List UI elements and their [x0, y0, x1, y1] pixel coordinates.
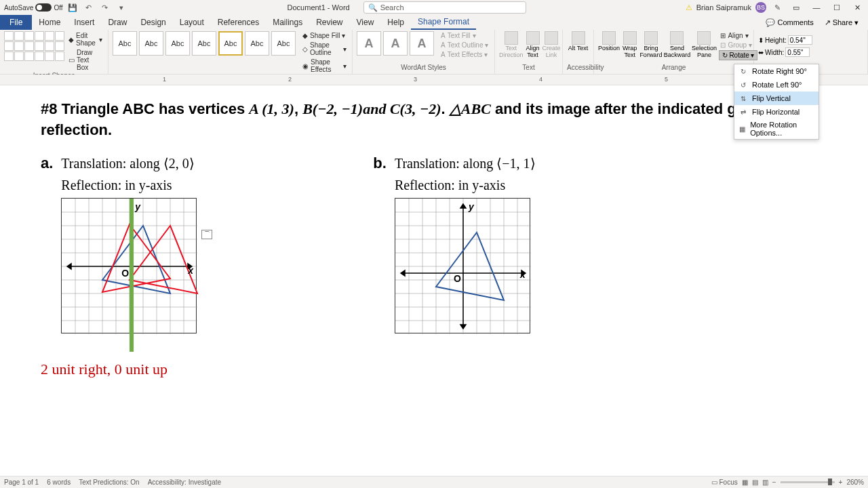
title-bar: AutoSave Off 💾 ↶ ↷ ▾ Document1 - Word 🔍 … [0, 0, 868, 15]
height-input[interactable] [788, 35, 812, 45]
grid-a: y x O ⌒ [61, 198, 197, 333]
flip-vertical-icon: ⇅ [738, 94, 748, 103]
align-text-button[interactable]: Align Text [526, 31, 540, 59]
user-avatar[interactable]: BS [755, 2, 766, 13]
text-fill-button: A Text Fill ▾ [439, 31, 490, 40]
ribbon-tabs: File Home Insert Draw Design Layout Refe… [0, 15, 868, 30]
create-link-button: Create Link [542, 31, 561, 59]
layout-options-handle[interactable]: ⌒ [201, 230, 212, 239]
draw-text-box-button[interactable]: ▭ Draw Text Box [67, 48, 104, 72]
zoom-level[interactable]: 260% [846, 479, 864, 486]
ribbon: ◆ Edit Shape ▾ ▭ Draw Text Box Insert Sh… [0, 30, 868, 75]
flip-vertical[interactable]: ⇅Flip Vertical [734, 92, 818, 105]
shape-fill-button[interactable]: ◆ Shape Fill ▾ [301, 31, 348, 40]
problem-a: a. Translation: along ⟨2, 0⟩ Reflection:… [41, 155, 197, 333]
page-status[interactable]: Page 1 of 1 [4, 479, 39, 486]
tab-design[interactable]: Design [134, 15, 172, 30]
rotate-left-icon: ↺ [738, 80, 748, 89]
document-title: Document1 - Word [288, 3, 350, 12]
wordart-style-2[interactable]: A [383, 31, 408, 56]
wordart-style-3[interactable]: A [410, 31, 434, 56]
view-web-layout-icon[interactable]: ▥ [762, 479, 768, 486]
shape-style-7[interactable]: Abc [271, 31, 296, 56]
rotate-button[interactable]: ↻ Rotate ▾ [719, 50, 757, 60]
maximize-icon[interactable]: ☐ [829, 1, 845, 14]
shape-style-5[interactable]: Abc [218, 31, 243, 56]
zoom-slider[interactable] [781, 481, 835, 483]
shape-style-1[interactable]: Abc [113, 31, 137, 56]
align-button[interactable]: ⊞ Align ▾ [719, 31, 757, 40]
word-count[interactable]: 6 words [47, 479, 71, 486]
minimize-icon[interactable]: — [808, 1, 825, 14]
search-input[interactable]: 🔍 Search [363, 1, 526, 14]
bring-forward-button[interactable]: Bring Forward [639, 31, 662, 59]
tab-home[interactable]: Home [32, 15, 67, 30]
grid-b: y x O [395, 198, 530, 333]
rotate-menu: ↻Rotate Right 90° ↺Rotate Left 90° ⇅Flip… [734, 64, 819, 140]
ribbon-options-icon[interactable]: ▭ [788, 1, 804, 14]
zoom-out-icon[interactable]: − [772, 479, 776, 486]
edit-shape-button[interactable]: ◆ Edit Shape ▾ [67, 31, 104, 47]
width-icon: ⬌ [758, 49, 764, 56]
problem-statement: #8 Triangle ABC has vertices A (1, 3), B… [41, 99, 827, 141]
customize-icon[interactable]: ▾ [115, 1, 128, 14]
tab-insert[interactable]: Insert [67, 15, 101, 30]
tab-help[interactable]: Help [380, 15, 411, 30]
share-button[interactable]: ↗ Share ▾ [821, 17, 863, 28]
tab-view[interactable]: View [350, 15, 381, 30]
rotate-left-90[interactable]: ↺Rotate Left 90° [734, 78, 818, 92]
rotate-right-90[interactable]: ↻Rotate Right 90° [734, 64, 818, 78]
autosave-toggle[interactable]: AutoSave Off [4, 3, 63, 12]
svg-marker-47 [460, 325, 466, 329]
selection-pane-button[interactable]: Selection Pane [692, 31, 716, 59]
wrap-text-button[interactable]: Wrap Text [623, 31, 637, 59]
width-input[interactable] [785, 47, 810, 57]
tab-layout[interactable]: Layout [173, 15, 211, 30]
comments-button[interactable]: 💬 Comments [762, 17, 817, 28]
position-button[interactable]: Position [598, 31, 620, 52]
flip-horizontal-icon: ⇄ [738, 107, 748, 117]
alt-text-button[interactable]: Alt Text [567, 31, 589, 52]
view-read-mode-icon[interactable]: ▤ [752, 479, 758, 486]
shape-style-4[interactable]: Abc [192, 31, 216, 56]
shape-outline-button[interactable]: ◇ Shape Outline ▾ [301, 41, 348, 57]
shape-style-6[interactable]: Abc [245, 31, 269, 56]
tab-draw[interactable]: Draw [101, 15, 134, 30]
tab-file[interactable]: File [0, 15, 32, 30]
redo-icon[interactable]: ↷ [98, 1, 112, 14]
send-backward-button[interactable]: Send Backward [665, 31, 689, 59]
wordart-style-1[interactable]: A [357, 31, 381, 56]
zoom-in-icon[interactable]: + [839, 479, 843, 486]
shape-effects-button[interactable]: ◉ Shape Effects ▾ [301, 58, 348, 74]
tab-review[interactable]: Review [309, 15, 349, 30]
selected-line-shape[interactable] [130, 199, 134, 352]
svg-marker-44 [401, 270, 405, 276]
shape-style-2[interactable]: Abc [139, 31, 163, 56]
save-icon[interactable]: 💾 [66, 1, 79, 14]
view-print-layout-icon[interactable]: ▦ [742, 479, 748, 486]
undo-icon[interactable]: ↶ [82, 1, 96, 14]
more-rotation-options[interactable]: ▦More Rotation Options... [734, 119, 818, 139]
svg-marker-21 [102, 226, 170, 293]
more-icon: ▦ [738, 124, 746, 134]
shape-style-3[interactable]: Abc [165, 31, 190, 56]
text-predictions[interactable]: Text Predictions: On [79, 479, 139, 486]
warning-icon: ⚠ [686, 3, 692, 12]
text-effects-button: A Text Effects ▾ [439, 50, 490, 59]
search-icon: 🔍 [368, 3, 378, 12]
flip-horizontal[interactable]: ⇄Flip Horizontal [734, 105, 818, 119]
svg-marker-46 [460, 204, 466, 208]
user-name[interactable]: Brian Saipramuk [696, 3, 751, 12]
tab-references[interactable]: References [211, 15, 266, 30]
focus-mode[interactable]: ▭ Focus [711, 479, 738, 486]
tab-mailings[interactable]: Mailings [266, 15, 309, 30]
document-area[interactable]: #8 Triangle ABC has vertices A (1, 3), B… [0, 85, 868, 479]
svg-marker-20 [67, 264, 71, 269]
shape-gallery[interactable] [4, 31, 64, 61]
status-bar: Page 1 of 1 6 words Text Predictions: On… [0, 476, 868, 488]
pen-icon[interactable]: ✎ [770, 1, 784, 14]
close-icon[interactable]: ✕ [849, 1, 865, 14]
height-icon: ⬍ [758, 37, 764, 44]
tab-shape-format[interactable]: Shape Format [411, 15, 476, 30]
accessibility-status[interactable]: Accessibility: Investigate [148, 479, 221, 486]
